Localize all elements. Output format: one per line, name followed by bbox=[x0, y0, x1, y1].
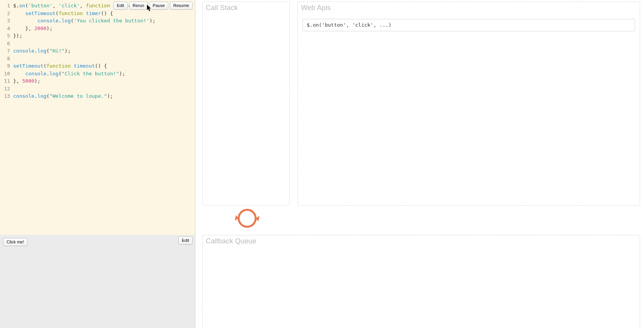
click-me-button[interactable]: Click me! bbox=[3, 238, 27, 246]
code-body[interactable]: $.on('button', 'click', function onClick… bbox=[12, 0, 195, 235]
event-loop-icon bbox=[234, 207, 260, 229]
line-number: 10 bbox=[0, 70, 10, 78]
code-editor[interactable]: 12345678910111213 $.on('button', 'click'… bbox=[0, 0, 195, 235]
code-line[interactable] bbox=[13, 85, 195, 93]
resume-button[interactable]: Resume bbox=[170, 2, 193, 10]
line-number: 3 bbox=[0, 17, 10, 25]
render-edit-button[interactable]: Edit bbox=[178, 236, 193, 245]
line-number-gutter: 12345678910111213 bbox=[0, 0, 12, 235]
line-number: 5 bbox=[0, 32, 10, 40]
code-line[interactable]: }, 2000); bbox=[13, 25, 195, 32]
html-render-pane: Click me! Edit bbox=[0, 235, 195, 328]
code-line[interactable]: console.log("Welcome to loupe."); bbox=[13, 92, 195, 100]
line-number: 9 bbox=[0, 62, 10, 70]
edit-button[interactable]: Edit bbox=[113, 2, 128, 10]
code-line[interactable]: console.log('You clicked the button!'); bbox=[13, 17, 195, 25]
line-number: 7 bbox=[0, 47, 10, 55]
call-stack-title: Call Stack bbox=[206, 4, 238, 11]
code-line[interactable]: setTimeout(function timeout() { bbox=[13, 62, 195, 70]
line-number: 6 bbox=[0, 40, 10, 48]
code-line[interactable] bbox=[13, 40, 195, 48]
line-number: 8 bbox=[0, 55, 10, 63]
callback-queue-title: Callback Queue bbox=[206, 238, 256, 245]
web-api-item: $.on('button', 'click', ...) bbox=[302, 19, 635, 31]
web-apis-title: Web Apis bbox=[301, 4, 331, 11]
left-column: 12345678910111213 $.on('button', 'click'… bbox=[0, 0, 195, 328]
line-number: 4 bbox=[0, 25, 10, 32]
code-line[interactable]: }); bbox=[13, 32, 195, 40]
code-line[interactable]: console.log("Click the button!"); bbox=[13, 70, 195, 78]
right-column: Call Stack Web Apis $.on('button', 'clic… bbox=[195, 0, 644, 328]
line-number: 2 bbox=[0, 10, 10, 17]
code-line[interactable] bbox=[13, 55, 195, 63]
line-number: 13 bbox=[0, 92, 10, 100]
call-stack-panel: Call Stack bbox=[202, 2, 290, 206]
editor-toolbar: Edit Rerun Pause Resume bbox=[113, 2, 193, 10]
line-number: 11 bbox=[0, 77, 10, 85]
code-line[interactable]: }, 5000); bbox=[13, 77, 195, 85]
line-number: 1 bbox=[0, 2, 10, 10]
line-number: 12 bbox=[0, 85, 10, 93]
code-line[interactable]: console.log("Hi!"); bbox=[13, 47, 195, 55]
code-line[interactable]: setTimeout(function timer() { bbox=[13, 10, 195, 17]
web-apis-body: $.on('button', 'click', ...) bbox=[298, 2, 640, 36]
rerun-button[interactable]: Rerun bbox=[129, 2, 148, 10]
pause-button[interactable]: Pause bbox=[149, 2, 168, 10]
web-apis-panel: Web Apis $.on('button', 'click', ...) bbox=[297, 2, 640, 206]
callback-queue-panel: Callback Queue bbox=[202, 235, 640, 328]
